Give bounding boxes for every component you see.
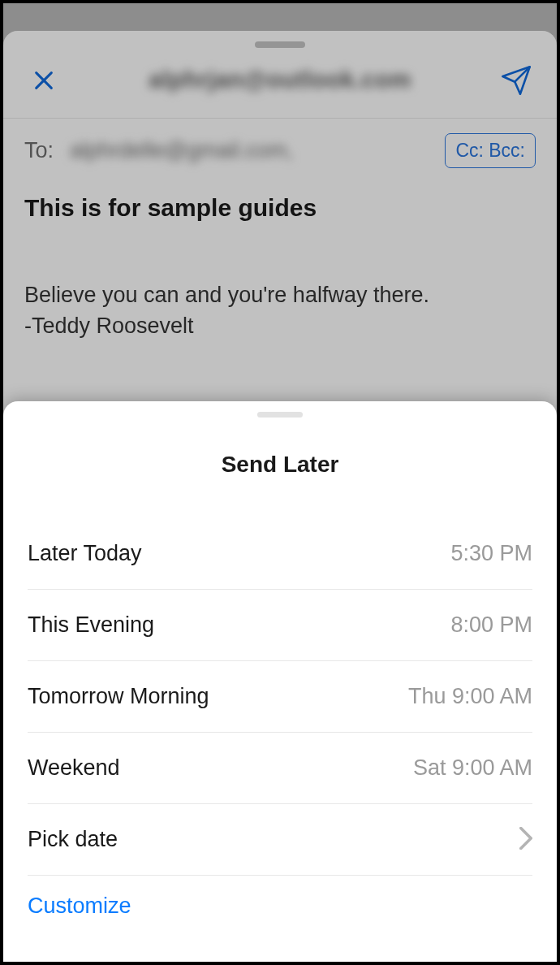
chevron-right-icon [519, 827, 532, 853]
option-tomorrow-morning[interactable]: Tomorrow Morning Thu 9:00 AM [28, 661, 532, 733]
option-label: Weekend [28, 755, 120, 781]
sheet-grabber-icon[interactable] [257, 412, 303, 418]
sheet-grabber-icon[interactable] [255, 41, 305, 48]
option-this-evening[interactable]: This Evening 8:00 PM [28, 590, 532, 661]
option-time: Thu 9:00 AM [408, 684, 532, 709]
to-label: To: [24, 138, 54, 163]
option-pick-date[interactable]: Pick date [28, 804, 532, 876]
customize-button[interactable]: Customize [3, 876, 557, 937]
options-list: Later Today 5:30 PM This Evening 8:00 PM… [3, 518, 557, 876]
option-time: 5:30 PM [450, 541, 532, 566]
close-button[interactable] [26, 63, 62, 98]
option-later-today[interactable]: Later Today 5:30 PM [28, 518, 532, 590]
send-icon [500, 64, 532, 97]
to-recipient[interactable]: alphrdelle@gmail.com, [70, 138, 429, 163]
option-weekend[interactable]: Weekend Sat 9:00 AM [28, 733, 532, 804]
send-button[interactable] [498, 63, 534, 98]
to-row: To: alphrdelle@gmail.com, Cc: Bcc: [3, 119, 557, 183]
option-time: Sat 9:00 AM [413, 755, 532, 781]
body-field[interactable]: Believe you can and you're halfway there… [3, 230, 557, 350]
option-label: This Evening [28, 612, 154, 638]
send-later-sheet: Send Later Later Today 5:30 PM This Even… [3, 401, 557, 962]
option-label: Tomorrow Morning [28, 684, 209, 709]
option-label: Pick date [28, 827, 118, 852]
subject-field[interactable]: This is for sample guides [3, 183, 557, 230]
cc-bcc-button[interactable]: Cc: Bcc: [445, 133, 536, 168]
option-label: Later Today [28, 541, 142, 566]
option-time: 8:00 PM [450, 612, 532, 638]
close-icon [31, 67, 57, 93]
sheet-title: Send Later [3, 401, 557, 518]
from-address[interactable]: alphrjan@outlook.com [149, 67, 411, 93]
